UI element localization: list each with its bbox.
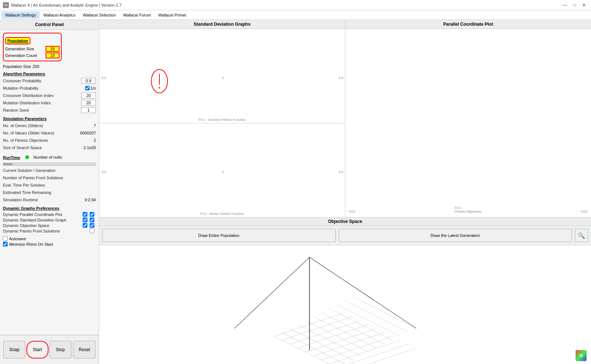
std-graph-bottom: -0.5 0 0.5 FO2 : Winter Fitness Function <box>99 123 345 217</box>
axis-label-top-left: -0.5 <box>101 76 107 80</box>
algorithm-params-label: Algorithm Parameters <box>3 72 96 76</box>
top-right: Standard Deviation Graphs -0.5 0 0.5 FO1… <box>99 20 591 217</box>
close-button[interactable]: ✕ <box>580 2 588 8</box>
num-values-row: No. of Values (Slider Values) 6000207 <box>3 130 96 136</box>
svg-line-8 <box>306 328 377 352</box>
mutation-dist-label: Mutation Distribution Index <box>3 101 81 105</box>
menu-primer[interactable]: Wallacei Primer <box>155 11 190 19</box>
control-panel-title: Control Panel <box>0 20 99 30</box>
menu-selection[interactable]: Wallacei Selection <box>79 11 119 19</box>
autosave-section: Autosave Minimize Rhino On Start <box>3 236 96 246</box>
svg-line-22 <box>337 305 400 336</box>
generation-size-input[interactable] <box>46 46 60 52</box>
population-size-value: 250 <box>32 64 39 69</box>
svg-line-16 <box>290 328 353 360</box>
start-button[interactable]: Start <box>26 341 48 358</box>
dynamic-std-check2[interactable] <box>90 217 94 222</box>
minimize-rhino-label: Minimize Rhino On Start <box>9 242 53 246</box>
right-area: Standard Deviation Graphs -0.5 0 0.5 FO1… <box>99 20 591 364</box>
maximize-button[interactable]: □ <box>570 2 579 8</box>
minimize-rhino-checkbox[interactable] <box>3 242 8 246</box>
simulation-params-label: Simulation Parameters <box>3 116 96 121</box>
fo2-parallel-right: FO2 <box>581 210 587 213</box>
std-graph-top: -0.5 0 0.5 FO1 : Summer Fitness Function <box>99 29 345 123</box>
mutation-prob-checkbox[interactable] <box>85 86 90 90</box>
axis-label-top-center: 0 <box>222 76 224 80</box>
pareto-front-label: Number of Pareto Front Solutions <box>3 176 96 180</box>
dynamic-obj-checks <box>83 223 96 228</box>
axis-label-bot-right: 0.5 <box>339 170 343 174</box>
dynamic-pareto-row: Dynamic Pareto Front Solutions <box>3 228 96 233</box>
fitness-objectives-label: Fitness Objectives <box>455 210 482 213</box>
simulation-runtime-value: 0:2:34 <box>78 198 96 202</box>
stop-button[interactable]: Stop <box>49 341 71 358</box>
menu-settings[interactable]: Wallacei Settings <box>1 11 40 19</box>
search-button[interactable]: 🔍 <box>575 229 588 242</box>
runtime-status-dot <box>25 155 29 159</box>
dynamic-std-label: Dynamic Standard Deviation Graph <box>3 218 83 222</box>
dynamic-std-checks <box>83 217 96 222</box>
dynamic-parallel-check2[interactable] <box>90 212 94 217</box>
titlebar: W Wallacei X | An Evolutionary and Analy… <box>0 0 591 10</box>
svg-line-10 <box>321 336 393 360</box>
minimize-button[interactable]: — <box>561 2 569 8</box>
svg-line-14 <box>274 336 337 364</box>
menu-analytics[interactable]: Wallacei Analytics <box>40 11 79 19</box>
runtime-section: RunTime Number of nulls: Current Solutio… <box>3 153 96 203</box>
menu-forum[interactable]: Wallacei Forum <box>119 11 155 19</box>
svg-line-9 <box>313 332 385 356</box>
crossover-dist-input[interactable] <box>81 93 96 98</box>
crossover-prob-input[interactable] <box>81 78 96 84</box>
draw-latest-generation-button[interactable]: Draw the Latest Generation <box>339 229 572 242</box>
dynamic-parallel-label: Dynamic Parallel Coordinate Plot <box>3 212 83 217</box>
mutation-dist-input[interactable] <box>81 100 96 106</box>
crossover-dist-label: Crossover Distribution Index <box>3 93 81 98</box>
annotation-exclamation <box>148 66 170 96</box>
random-seed-row: Random Seed <box>3 107 96 113</box>
std-deviation-title: Standard Deviation Graphs <box>99 20 345 29</box>
svg-line-18 <box>306 321 369 352</box>
svg-line-26 <box>310 257 417 328</box>
svg-line-15 <box>282 332 345 364</box>
dynamic-obj-check2[interactable] <box>90 223 94 228</box>
num-objectives-value: 2 <box>78 138 96 143</box>
num-genes-row: No. of Genes (Sliders) 7 <box>3 122 96 129</box>
draw-entire-population-button[interactable]: Draw Entire Population <box>102 229 336 242</box>
search-space-row: Size of Search Space 2.1e20 <box>3 144 96 151</box>
menubar: Wallacei Settings Wallacei Analytics Wal… <box>0 10 591 20</box>
eval-time-label: Eval. Time Per Solution <box>3 183 96 187</box>
nulls-label: Number of nulls: <box>33 155 63 159</box>
random-seed-input[interactable] <box>81 107 96 113</box>
reset-button[interactable]: Reset <box>73 341 96 358</box>
dynamic-std-check1[interactable] <box>83 217 87 222</box>
dynamic-obj-row: Dynamic Objective Space <box>3 223 96 228</box>
svg-line-19 <box>313 317 376 348</box>
svg-line-5 <box>282 317 353 340</box>
dynamic-parallel-check1[interactable] <box>83 212 87 217</box>
current-solution-label: Current Solution / Generation <box>3 168 96 173</box>
window-controls: — □ ✕ <box>561 2 588 8</box>
generation-size-label: Generation Size <box>5 47 46 51</box>
autosave-checkbox[interactable] <box>3 236 8 241</box>
wallacei-logo: W <box>576 350 587 361</box>
dynamic-pareto-check1[interactable] <box>90 228 94 233</box>
svg-line-11 <box>329 340 400 364</box>
dynamic-std-row: Dynamic Standard Deviation Graph <box>3 217 96 222</box>
generation-count-row: Generation Count <box>5 53 60 58</box>
autosave-row: Autosave <box>3 236 96 241</box>
button-divider <box>72 342 72 357</box>
crossover-prob-label: Crossover Probability <box>3 79 81 83</box>
bottom-bar: Snap Start Stop Reset <box>0 335 99 364</box>
fo2-label: FO2 : Winter Fitness Function <box>200 212 244 216</box>
main-container: Control Panel Population Generation Size… <box>0 20 591 364</box>
num-values-label: No. of Values (Slider Values) <box>3 131 78 135</box>
svg-line-17 <box>298 324 361 356</box>
algorithm-params-section: Algorithm Parameters Crossover Probabili… <box>3 72 96 113</box>
generation-count-input[interactable] <box>46 53 60 58</box>
snap-button[interactable]: Snap <box>3 341 25 358</box>
axis-label-bot-left: -0.5 <box>101 170 107 174</box>
svg-line-27 <box>234 257 310 328</box>
objective-buttons-row: Draw Entire Population Draw the Latest G… <box>99 226 591 245</box>
dynamic-pareto-checks <box>90 228 96 233</box>
dynamic-obj-check1[interactable] <box>83 223 87 228</box>
